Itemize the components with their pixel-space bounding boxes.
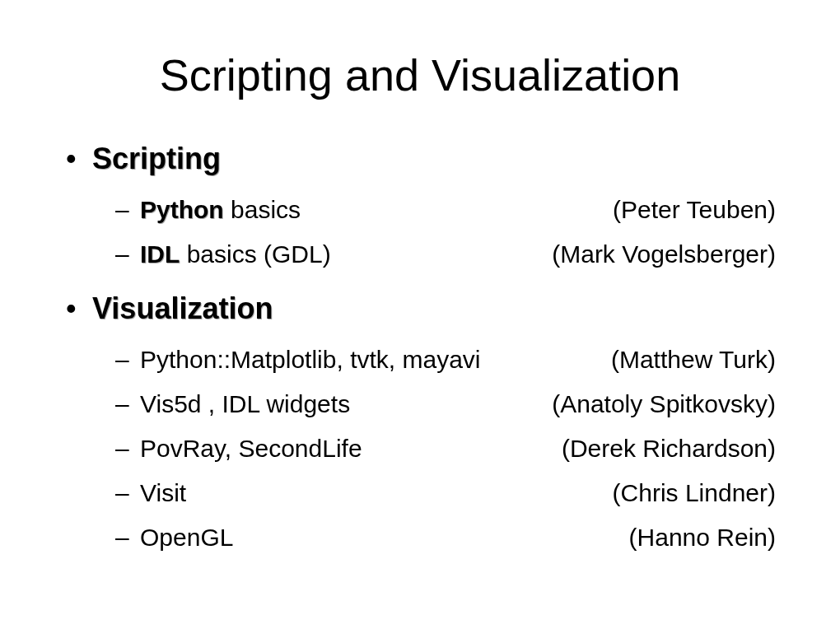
item-topic: OpenGL xyxy=(140,515,629,560)
dash-icon: – xyxy=(115,382,140,426)
slide-title: Scripting and Visualization xyxy=(58,49,782,100)
item-topic-rest: OpenGL xyxy=(140,524,233,551)
item-topic: Vis5d , IDL widgets xyxy=(140,382,552,426)
dash-icon: – xyxy=(115,515,140,560)
item-topic-rest: Visit xyxy=(140,479,186,506)
list-item: – Python basics (Peter Teuben) xyxy=(115,188,782,232)
dash-icon: – xyxy=(115,188,140,232)
list-item: – Vis5d , IDL widgets (Anatoly Spitkovsk… xyxy=(115,382,782,426)
item-author: (Mark Vogelsberger) xyxy=(552,232,782,277)
item-author: (Anatoly Spitkovsky) xyxy=(552,382,782,426)
dash-icon: – xyxy=(115,426,140,471)
item-topic-rest: basics xyxy=(224,196,301,223)
item-author: (Peter Teuben) xyxy=(613,188,782,232)
bullet-icon: • xyxy=(66,291,92,326)
section-visualization: • Visualization – Python::Matplotlib, tv… xyxy=(66,291,782,560)
dash-icon: – xyxy=(115,232,140,277)
section-heading-row: • Visualization xyxy=(66,291,782,326)
dash-icon: – xyxy=(115,338,140,382)
item-topic-rest: PovRay, SecondLife xyxy=(140,435,362,462)
list-item: – Visit (Chris Lindner) xyxy=(115,471,782,515)
outline-list: • Scripting – Python basics (Peter Teube… xyxy=(66,142,782,560)
section-scripting: • Scripting – Python basics (Peter Teube… xyxy=(66,142,782,277)
list-item: – Python::Matplotlib, tvtk, mayavi (Matt… xyxy=(115,338,782,382)
list-item: – OpenGL (Hanno Rein) xyxy=(115,515,782,560)
bullet-icon: • xyxy=(66,142,92,176)
item-topic: PovRay, SecondLife xyxy=(140,426,562,471)
item-topic-rest: basics (GDL) xyxy=(180,240,330,268)
item-author: (Chris Lindner) xyxy=(613,471,782,515)
list-item: – PovRay, SecondLife (Derek Richardson) xyxy=(115,426,782,471)
item-author: (Derek Richardson) xyxy=(562,426,782,471)
section-heading-label: Scripting xyxy=(92,142,221,176)
item-topic-bold: Python xyxy=(140,196,224,223)
item-author: (Hanno Rein) xyxy=(629,515,782,560)
section-items: – Python basics (Peter Teuben) – IDL bas… xyxy=(115,188,782,277)
section-heading-label: Visualization xyxy=(92,291,273,326)
item-topic-rest: Python::Matplotlib, tvtk, mayavi xyxy=(140,346,481,373)
item-topic-bold: IDL xyxy=(140,240,180,268)
item-topic: Visit xyxy=(140,471,613,515)
slide: Scripting and Visualization • Scripting … xyxy=(0,0,840,629)
item-topic: Python::Matplotlib, tvtk, mayavi xyxy=(140,338,611,382)
section-items: – Python::Matplotlib, tvtk, mayavi (Matt… xyxy=(115,338,782,560)
dash-icon: – xyxy=(115,471,140,515)
item-author: (Matthew Turk) xyxy=(611,338,782,382)
item-topic: IDL basics (GDL) xyxy=(140,232,552,277)
item-topic-rest: Vis5d , IDL widgets xyxy=(140,390,350,417)
item-topic: Python basics xyxy=(140,188,613,232)
list-item: – IDL basics (GDL) (Mark Vogelsberger) xyxy=(115,232,782,277)
section-heading-row: • Scripting xyxy=(66,142,782,176)
